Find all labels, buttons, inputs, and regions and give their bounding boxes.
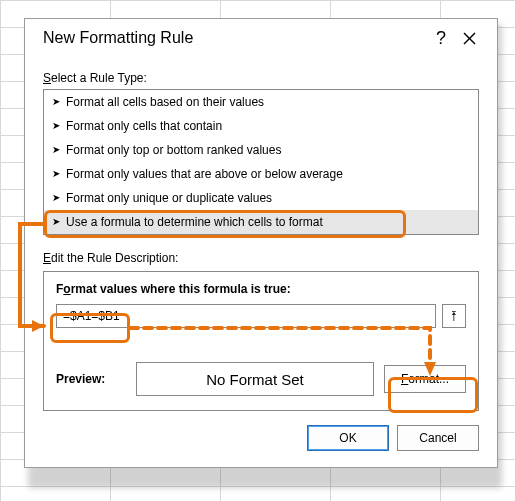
rule-type-label: Select a Rule Type: [43,71,479,85]
formula-heading: Format values where this formula is true… [56,282,466,296]
rule-item[interactable]: ➤ Format only values that are above or b… [44,162,478,186]
rule-type-list[interactable]: ➤ Format all cells based on their values… [43,89,479,235]
cancel-button[interactable]: Cancel [397,425,479,451]
dialog-title: New Formatting Rule [43,29,427,47]
preview-label: Preview: [56,372,126,386]
rule-item[interactable]: ➤ Format only unique or duplicate values [44,186,478,210]
rule-item-selected[interactable]: ➤ Use a formula to determine which cells… [44,210,478,234]
new-formatting-rule-dialog: New Formatting Rule ? Select a Rule Type… [24,18,498,468]
help-icon[interactable]: ? [427,24,455,52]
rule-item-label: Format only unique or duplicate values [66,191,272,205]
rule-item[interactable]: ➤ Format only cells that contain [44,114,478,138]
preview-box: No Format Set [136,362,374,396]
rule-item-label: Format all cells based on their values [66,95,264,109]
bullet-icon: ➤ [52,121,60,131]
formula-input[interactable] [56,304,436,328]
collapse-dialog-icon[interactable]: ⭱ [442,304,466,328]
rule-description-frame: Format values where this formula is true… [43,271,479,411]
bullet-icon: ➤ [52,217,60,227]
format-button[interactable]: Format... [384,365,466,393]
rule-item-label: Format only top or bottom ranked values [66,143,281,157]
rule-item[interactable]: ➤ Format all cells based on their values [44,90,478,114]
edit-description-label: Edit the Rule Description: [43,251,479,265]
bullet-icon: ➤ [52,193,60,203]
close-icon[interactable] [455,24,483,52]
ok-button[interactable]: OK [307,425,389,451]
bullet-icon: ➤ [52,169,60,179]
bullet-icon: ➤ [52,97,60,107]
rule-item-label: Use a formula to determine which cells t… [66,215,323,229]
rule-item[interactable]: ➤ Format only top or bottom ranked value… [44,138,478,162]
rule-item-label: Format only values that are above or bel… [66,167,343,181]
bullet-icon: ➤ [52,145,60,155]
titlebar: New Formatting Rule ? [25,19,497,57]
rule-item-label: Format only cells that contain [66,119,222,133]
